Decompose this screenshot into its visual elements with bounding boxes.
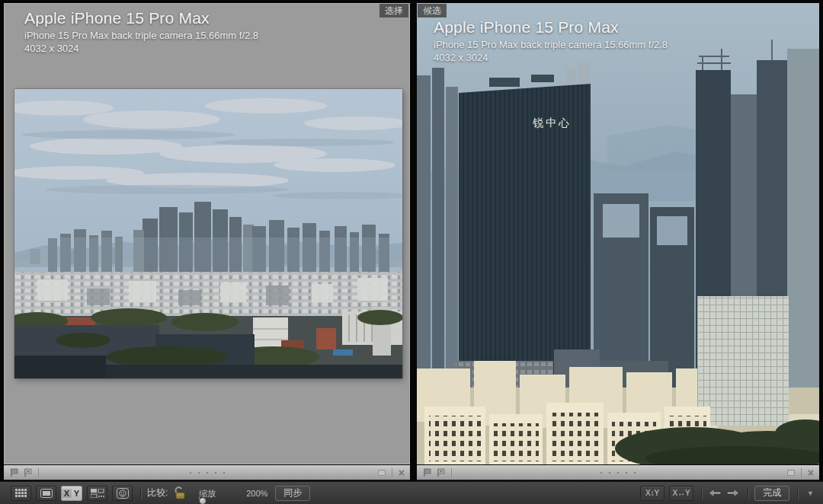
rating-dot[interactable]: [617, 472, 619, 474]
cityscape-photo-fit: [14, 89, 402, 378]
arrow-right-icon: [726, 488, 740, 498]
pick-flag-icon[interactable]: [422, 467, 433, 478]
strip-separator: [801, 468, 802, 477]
reject-flag-icon[interactable]: [436, 467, 447, 478]
select-photo[interactable]: [14, 89, 402, 378]
strip-separator: [392, 468, 392, 477]
flag-group: [422, 467, 447, 478]
people-icon: [117, 488, 129, 499]
survey-icon: [91, 489, 104, 498]
reject-flag-icon[interactable]: [23, 467, 34, 478]
make-select-button[interactable]: X↔Y: [669, 486, 693, 501]
select-exif-overlay: Apple iPhone 15 Pro Max iPhone 15 Pro Ma…: [24, 8, 258, 55]
lens-subtitle: iPhone 15 Pro Max back triple camera 15.…: [434, 38, 668, 51]
grid-icon: [15, 489, 27, 498]
svg-text:锐中心: 锐中心: [533, 116, 572, 129]
deselect-photo-icon[interactable]: ×: [808, 467, 814, 478]
cityscape-photo-zoomed: 锐中心: [417, 3, 819, 464]
image-dimensions: 4032 x 3024: [434, 51, 668, 64]
candidate-badge: 候选: [418, 4, 447, 18]
rating-dots[interactable]: [190, 472, 225, 474]
toolbar-separator: [797, 487, 798, 499]
lightroom-compare-window: 选择 Apple iPhone 15 Pro Max iPhone 15 Pro…: [0, 0, 823, 504]
color-label-icon[interactable]: [378, 470, 386, 476]
loupe-view-button[interactable]: [36, 486, 56, 501]
rating-dot[interactable]: [634, 472, 636, 474]
rating-dots[interactable]: [600, 472, 636, 474]
grid-view-button[interactable]: [11, 486, 31, 501]
candidate-strip-bar: ×: [417, 465, 819, 480]
pick-flag-icon[interactable]: [9, 467, 20, 478]
sync-button[interactable]: 同步: [275, 486, 310, 501]
select-strip-bar: ×: [4, 465, 410, 480]
lens-subtitle: iPhone 15 Pro Max back triple camera 15.…: [24, 29, 258, 42]
collapse-toolbar-icon[interactable]: ▼: [807, 490, 814, 497]
people-view-button[interactable]: [112, 486, 133, 501]
swap-select-candidate-button[interactable]: X↕Y: [640, 486, 664, 501]
strip-separator: [38, 468, 39, 477]
select-pane[interactable]: 选择 Apple iPhone 15 Pro Max iPhone 15 Pro…: [4, 3, 410, 464]
toolbar-separator: [140, 487, 141, 499]
xy-icon: XY: [62, 486, 82, 500]
zoom-label: 缩放: [199, 489, 216, 498]
toolbar-separator: [701, 487, 702, 499]
previous-photo-button[interactable]: [708, 488, 722, 498]
zoom-lock-icon[interactable]: [172, 486, 187, 500]
flag-group: [9, 467, 34, 478]
next-photo-button[interactable]: [726, 488, 740, 498]
slider-thumb[interactable]: [199, 497, 207, 504]
compare-view-button[interactable]: XY: [61, 486, 82, 501]
camera-title: Apple iPhone 15 Pro Max: [434, 17, 668, 38]
candidate-exif-overlay: Apple iPhone 15 Pro Max iPhone 15 Pro Ma…: [434, 17, 668, 64]
rating-dot[interactable]: [609, 472, 610, 474]
survey-view-button[interactable]: [87, 486, 107, 501]
rating-dot[interactable]: [223, 472, 225, 474]
rating-dot[interactable]: [215, 472, 216, 474]
rating-dot[interactable]: [198, 472, 200, 474]
candidate-pane[interactable]: 锐中心: [417, 3, 819, 464]
done-button[interactable]: 完成: [754, 486, 789, 501]
image-dimensions: 4032 x 3024: [24, 42, 258, 55]
zoom-control: 缩放 200%: [199, 489, 267, 498]
candidate-photo[interactable]: 锐中心: [417, 3, 819, 464]
select-badge: 选择: [379, 4, 408, 18]
toolbar-separator: [748, 487, 748, 499]
color-label-icon[interactable]: [787, 470, 795, 476]
deselect-photo-icon[interactable]: ×: [399, 467, 405, 478]
rating-dot[interactable]: [626, 472, 627, 474]
zoom-value: 200%: [246, 489, 267, 498]
rating-dot[interactable]: [190, 472, 191, 474]
bottom-toolbar: XY 比较:: [0, 481, 823, 504]
rating-dot[interactable]: [207, 472, 208, 474]
arrow-left-icon: [708, 488, 722, 498]
strip-separator: [451, 468, 452, 477]
loupe-icon: [40, 489, 53, 498]
camera-title: Apple iPhone 15 Pro Max: [24, 8, 258, 29]
compare-label: 比较:: [147, 486, 168, 499]
rating-dot[interactable]: [600, 472, 602, 474]
